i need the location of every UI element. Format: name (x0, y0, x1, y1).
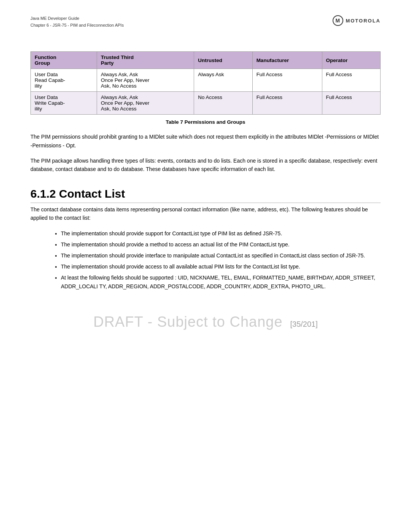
cell-operator-2: Full Access (322, 92, 380, 115)
header-text: Java ME Developer Guide Chapter 6 - JSR-… (30, 15, 124, 29)
list-item: The implementation should provide access… (61, 262, 381, 271)
page-header: Java ME Developer Guide Chapter 6 - JSR-… (30, 15, 381, 29)
table-header-row: FunctionGroup Trusted ThirdParty Untrust… (31, 52, 381, 69)
table-row: User DataRead Capab-ility Always Ask, As… (31, 69, 381, 92)
cell-untrusted-1: Always Ask (194, 69, 252, 92)
header-line2: Chapter 6 - JSR-75 - PIM and Fileconnect… (30, 22, 124, 29)
cell-manufacturer-1: Full Access (252, 69, 322, 92)
page-footer: DRAFT - Subject to Change [35/201] (30, 310, 381, 330)
cell-function-1: User DataRead Capab-ility (31, 69, 97, 92)
section-number: 6.1.2 (30, 187, 59, 200)
header-line1: Java ME Developer Guide (30, 15, 124, 22)
cell-trusted-1: Always Ask, AskOnce Per App, NeverAsk, N… (97, 69, 194, 92)
page-number: [35/201] (290, 320, 318, 328)
cell-operator-1: Full Access (322, 69, 380, 92)
motorola-logo: M MOTOROLA (333, 15, 381, 26)
table-row: User DataWrite Capab-ility Always Ask, A… (31, 92, 381, 115)
permissions-table: FunctionGroup Trusted ThirdParty Untrust… (30, 51, 381, 115)
page: Java ME Developer Guide Chapter 6 - JSR-… (0, 0, 411, 532)
table-caption: Table 7 Permissions and Groups (30, 119, 381, 125)
cell-untrusted-2: No Access (194, 92, 252, 115)
motorola-logo-text: MOTOROLA (346, 18, 381, 24)
col-header-manufacturer: Manufacturer (252, 52, 322, 69)
cell-function-2: User DataWrite Capab-ility (31, 92, 97, 115)
paragraph-1: The PIM permissions should prohibit gran… (30, 133, 381, 150)
col-header-function: FunctionGroup (31, 52, 97, 69)
section-heading: 6.1.2 Contact List (30, 187, 381, 203)
list-item: The implementation should provide suppor… (61, 229, 381, 238)
list-item: The implementation should provide a meth… (61, 240, 381, 249)
paragraph-2: The PIM package allows handling three ty… (30, 157, 381, 174)
draft-watermark: DRAFT - Subject to Change (93, 314, 282, 330)
col-header-untrusted: Untrusted (194, 52, 252, 69)
col-header-trusted: Trusted ThirdParty (97, 52, 194, 69)
cell-trusted-2: Always Ask, AskOnce Per App, NeverAsk, N… (97, 92, 194, 115)
col-header-operator: Operator (322, 52, 380, 69)
paragraph-3: The contact database contains data items… (30, 205, 381, 222)
feature-list: The implementation should provide suppor… (61, 229, 381, 291)
cell-manufacturer-2: Full Access (252, 92, 322, 115)
list-item: At least the following fields should be … (61, 273, 381, 291)
section-title: Contact List (59, 187, 125, 200)
list-item: The implementation should provide interf… (61, 251, 381, 260)
motorola-m-icon: M (333, 15, 343, 26)
